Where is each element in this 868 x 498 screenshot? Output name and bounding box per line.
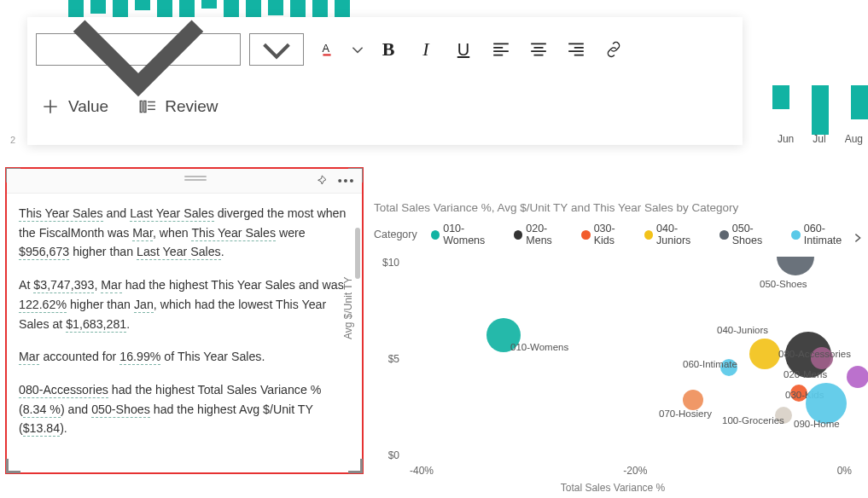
bubble-label: 020-Mens <box>784 369 827 379</box>
review-label: Review <box>165 97 218 116</box>
legend-dot-icon <box>431 230 440 240</box>
review-button[interactable]: Review <box>132 96 223 118</box>
chevron-down-icon <box>44 0 233 144</box>
scrollbar[interactable] <box>355 228 360 279</box>
legend-item[interactable]: 060-Intimate <box>791 223 860 246</box>
legend-item[interactable]: 030-Kids <box>581 223 633 246</box>
chart-title: Total Sales Variance %, Avg $/Unit TY an… <box>374 201 860 214</box>
bg-bar-chart-right <box>772 85 868 135</box>
legend-dot-icon <box>514 230 522 240</box>
value-label: Value <box>68 97 108 116</box>
legend-scroll-right-icon[interactable] <box>852 232 864 244</box>
y-axis-label: Avg $/Unit TY <box>342 276 354 339</box>
font-color-dropdown[interactable] <box>350 35 365 64</box>
narrative-visual[interactable]: ••• This Year Sales and Last Year Sales … <box>5 167 364 474</box>
align-center-button[interactable] <box>524 35 553 64</box>
bubble-label: 070-Hosiery <box>659 408 712 419</box>
italic-button[interactable]: I <box>411 35 440 64</box>
x-axis-ticks: -40% -20% 0% <box>410 465 852 477</box>
font-color-button[interactable]: A <box>312 35 341 64</box>
pin-icon[interactable] <box>314 174 328 188</box>
legend-item[interactable]: 010-Womens <box>431 223 504 246</box>
drag-grip-icon[interactable] <box>184 176 207 177</box>
legend-item[interactable]: 020-Mens <box>514 223 571 246</box>
font-family-select[interactable] <box>36 33 241 66</box>
add-value-button[interactable]: Value <box>36 96 114 118</box>
chevron-down-icon <box>257 30 296 69</box>
legend-label: Category <box>374 229 417 240</box>
legend-text: 020-Mens <box>526 223 571 246</box>
legend-dot-icon <box>791 230 800 240</box>
legend-dot-icon <box>719 230 728 240</box>
legend-text: 050-Shoes <box>732 223 782 246</box>
plus-icon <box>41 97 60 116</box>
underline-button[interactable]: U <box>449 35 478 64</box>
bg-axis-months: JunJulAug <box>778 133 863 145</box>
bubble-040-Juniors[interactable] <box>749 339 780 369</box>
align-right-button[interactable] <box>562 35 591 64</box>
more-options-icon[interactable]: ••• <box>340 174 353 188</box>
bubble-label: 100-Groceries <box>722 415 784 426</box>
bubble-label: 090-Home <box>794 419 840 429</box>
bubble-070-Hosiery[interactable] <box>683 390 703 410</box>
format-toolbar: A B I U Value <box>27 17 743 145</box>
svg-text:A: A <box>323 42 330 55</box>
bubble-label: 010-Womens <box>510 342 568 352</box>
review-icon <box>137 97 156 116</box>
link-button[interactable] <box>599 35 628 64</box>
bubble-misc[interactable] <box>847 366 868 388</box>
chart-legend: Category 010-Womens020-Mens030-Kids040-J… <box>374 223 860 246</box>
bubble-090-Home[interactable] <box>806 383 847 424</box>
bold-button[interactable]: B <box>374 35 403 64</box>
bubble-label: 040-Juniors <box>717 325 768 335</box>
bubble-050-Shoes[interactable] <box>777 257 814 275</box>
legend-item[interactable]: 040-Juniors <box>644 223 710 246</box>
legend-text: 040-Juniors <box>656 223 709 246</box>
chart-plot-area[interactable]: Avg $/Unit TY $10 $5 $0 050-Shoes010-Wom… <box>374 257 852 461</box>
bubble-label: 080-Accessories <box>778 349 851 359</box>
align-left-button[interactable] <box>486 35 516 64</box>
x-axis-label: Total Sales Variance % <box>561 482 666 494</box>
bubble-label: 050-Shoes <box>760 279 807 289</box>
visual-header: ••• <box>7 169 362 194</box>
chevron-down-icon <box>350 40 365 59</box>
font-size-select[interactable] <box>249 33 304 66</box>
legend-dot-icon <box>644 230 653 240</box>
narrative-text[interactable]: This Year Sales and Last Year Sales dive… <box>7 194 362 473</box>
bubble-label: 060-Intimate <box>683 359 737 369</box>
legend-item[interactable]: 050-Shoes <box>719 223 781 246</box>
scatter-chart[interactable]: Total Sales Variance %, Avg $/Unit TY an… <box>374 201 860 491</box>
y-axis-ticks: $10 $5 $0 <box>369 257 399 461</box>
legend-dot-icon <box>581 230 590 240</box>
legend-text: 010-Womens <box>443 223 504 246</box>
legend-text: 030-Kids <box>594 223 634 246</box>
